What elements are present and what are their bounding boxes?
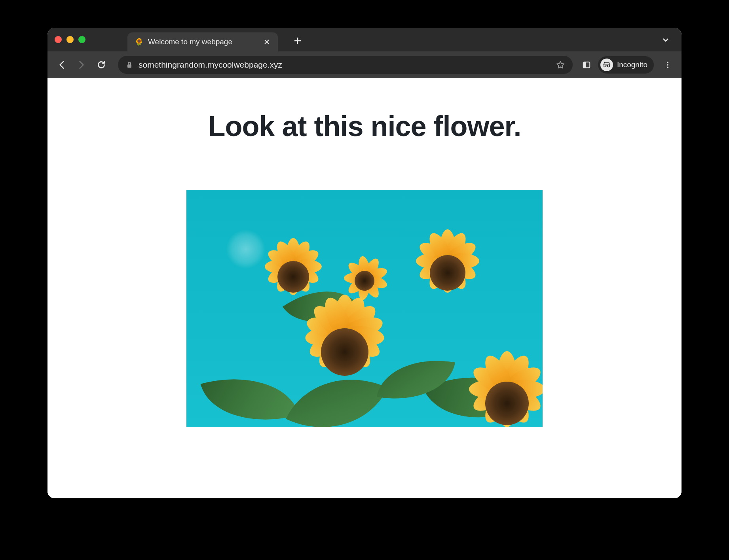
minimize-window-button[interactable]: [66, 36, 74, 43]
toolbar: somethingrandom.mycoolwebpage.xyz Incogn…: [47, 51, 682, 78]
bookmark-star-icon[interactable]: [556, 61, 565, 69]
svg-point-3: [667, 62, 668, 63]
new-tab-button[interactable]: [290, 33, 306, 49]
address-bar[interactable]: somethingrandom.mycoolwebpage.xyz: [118, 56, 573, 74]
window-controls: [55, 36, 85, 43]
incognito-icon: [600, 59, 613, 71]
close-window-button[interactable]: [55, 36, 62, 43]
incognito-label: Incognito: [617, 61, 647, 69]
page-content: Look at this nice flower.: [47, 78, 682, 498]
flower-image: [186, 190, 543, 427]
title-bar: 🌻 Welcome to my webpage: [47, 28, 682, 51]
maximize-window-button[interactable]: [78, 36, 85, 43]
close-tab-button[interactable]: [263, 38, 271, 46]
page-heading: Look at this nice flower.: [208, 110, 521, 142]
sunflower-favicon-icon: 🌻: [135, 38, 143, 46]
menu-button[interactable]: [661, 61, 674, 69]
back-button[interactable]: [55, 58, 69, 72]
lock-icon: [126, 61, 133, 68]
svg-point-4: [667, 64, 668, 66]
tab-title: Welcome to my webpage: [148, 38, 258, 46]
url-text: somethingrandom.mycoolwebpage.xyz: [139, 60, 551, 70]
toolbar-right: Incognito: [582, 56, 674, 74]
incognito-badge[interactable]: Incognito: [598, 56, 654, 74]
browser-window: 🌻 Welcome to my webpage: [47, 28, 682, 498]
forward-button[interactable]: [74, 58, 89, 72]
svg-rect-0: [127, 64, 131, 68]
svg-point-5: [667, 67, 668, 68]
browser-tab[interactable]: 🌻 Welcome to my webpage: [127, 32, 278, 51]
reload-button[interactable]: [94, 58, 108, 72]
side-panel-icon[interactable]: [582, 61, 591, 69]
tab-search-button[interactable]: [662, 36, 670, 45]
svg-rect-2: [583, 62, 586, 68]
